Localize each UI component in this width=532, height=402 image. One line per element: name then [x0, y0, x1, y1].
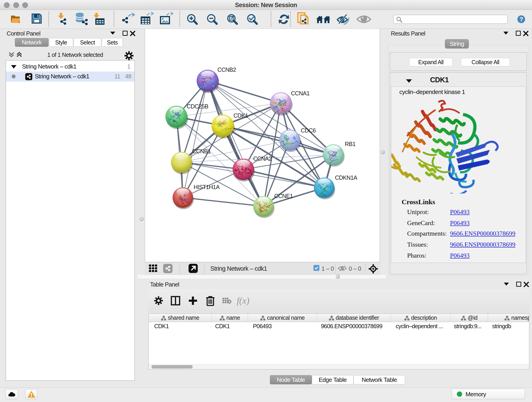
svg-text:CDC6: CDC6: [301, 127, 316, 134]
svg-text:CCNA1: CCNA1: [291, 90, 310, 96]
svg-text:CCNE1: CCNE1: [274, 193, 293, 199]
svg-text:RB1: RB1: [345, 141, 355, 147]
svg-text:CCNB2: CCNB2: [217, 66, 236, 73]
svg-text:CDC25B: CDC25B: [187, 103, 208, 109]
svg-text:CDK1: CDK1: [234, 112, 248, 119]
svg-text:?: ?: [520, 16, 523, 22]
svg-text:HIST1H1A: HIST1H1A: [194, 184, 220, 190]
svg-text:CCNB1: CCNB1: [192, 148, 211, 154]
svg-text:CCNA2: CCNA2: [253, 155, 272, 162]
svg-text:CDKN1A: CDKN1A: [335, 174, 357, 181]
